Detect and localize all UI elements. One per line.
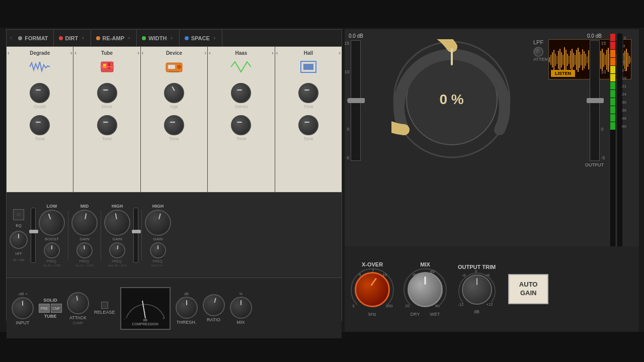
svg-rect-80 [610, 82, 615, 89]
space-arrow[interactable]: › [212, 35, 217, 41]
svg-text:30: 30 [622, 100, 626, 105]
trim-knob[interactable] [462, 275, 492, 305]
svg-rect-23 [558, 51, 559, 69]
tube-drive-knob[interactable] [97, 83, 117, 103]
svg-rect-74 [610, 34, 615, 41]
eq-extra-freq-label: FREQ. [152, 259, 163, 263]
eq-low-freq-knob[interactable] [44, 242, 60, 258]
eq-toggle-button[interactable]: □ [13, 209, 24, 220]
hall-next[interactable]: › [339, 50, 341, 56]
comp-mix-range: % [239, 292, 242, 296]
svg-rect-21 [555, 54, 556, 66]
eq-band-mid: MID GAIN FREQ. Hz 12→1100 [71, 204, 98, 267]
tab-reamp[interactable]: RE-AMP › [91, 30, 137, 46]
hall-name: Hall [304, 50, 313, 56]
svg-text:6: 6 [623, 52, 625, 56]
haas-prev[interactable]: ‹ [209, 50, 211, 56]
svg-rect-7 [169, 71, 179, 72]
device-age-knob[interactable] [164, 83, 184, 103]
xover-sub-label: kHz [368, 312, 376, 317]
tube-icon [95, 58, 120, 76]
tab-width[interactable]: WIDTH › [137, 30, 179, 46]
eq-band-low: LOW BOOST FREQ. Hz 20→1100 [39, 204, 65, 267]
listen-button[interactable]: LISTEN [551, 70, 575, 77]
svg-rect-82 [610, 98, 615, 106]
output-label: OUTPUT [585, 162, 604, 167]
haas-stereo-knob[interactable] [231, 83, 251, 103]
comp-mix-knob[interactable] [230, 297, 252, 319]
eq-high-freq-knob[interactable] [108, 241, 126, 259]
tube-tone-knob[interactable] [97, 115, 117, 135]
svg-rect-83 [610, 106, 615, 114]
device-next[interactable]: › [205, 50, 207, 56]
eq-low-range: Hz 20→1100 [43, 264, 60, 267]
eq-mid-freq-knob[interactable] [76, 241, 94, 259]
hall-time-knob[interactable] [298, 83, 318, 103]
release-toggle[interactable] [101, 302, 108, 309]
output-fader[interactable] [587, 98, 604, 103]
eq-extra-gain-label: GAIN [153, 237, 163, 241]
hall-icon [296, 58, 321, 76]
comp-input-container: -dB + INPUT [12, 292, 34, 325]
tube-next[interactable]: › [137, 50, 139, 56]
device-tone-knob[interactable] [164, 115, 184, 135]
haas-next[interactable]: › [272, 50, 274, 56]
degrade-next[interactable]: › [70, 50, 72, 56]
hall-tone-label: Tone [303, 136, 313, 141]
eq-extra-freq-knob[interactable] [150, 242, 166, 258]
thresh-range: dB [184, 292, 189, 296]
tube-prev[interactable]: ‹ [74, 50, 76, 56]
eq-low-slider[interactable] [31, 208, 36, 263]
tab-arrow-left[interactable]: ‹ [9, 35, 13, 41]
format-dot [18, 36, 22, 40]
device-tone-container: Tone [164, 115, 184, 141]
plugin-panel: ‹ FORMAT DIRT › RE-AMP › WIDTH › [6, 29, 342, 321]
eq-mid-freq-label: FREQ. [79, 259, 90, 263]
cmp-button[interactable]: CMP [51, 304, 62, 313]
hall-prev[interactable]: ‹ [276, 50, 278, 56]
xover-knob[interactable] [355, 272, 390, 307]
eq-high-label: HIGH [112, 204, 123, 209]
tab-format[interactable]: FORMAT [13, 30, 53, 46]
degrade-prev[interactable]: ‹ [8, 50, 10, 56]
svg-rect-39 [582, 49, 583, 70]
lpf-knob[interactable] [533, 47, 543, 57]
pre-button[interactable]: PRE [39, 304, 50, 313]
hall-time-container: Time [298, 83, 318, 109]
hff-knob[interactable] [10, 231, 28, 249]
haas-name: Haas [235, 50, 247, 56]
hall-tone-knob[interactable] [298, 115, 318, 135]
device-prev[interactable]: ‹ [142, 50, 144, 56]
mix-knob[interactable] [408, 272, 443, 307]
input-fader[interactable] [348, 98, 365, 103]
haas-tone-knob[interactable] [231, 115, 251, 135]
eq-high-gain-knob[interactable] [102, 207, 132, 237]
big-knob-container: 0 % [391, 39, 512, 160]
svg-rect-33 [573, 53, 574, 67]
svg-rect-30 [569, 56, 570, 64]
comp-thresh-knob[interactable] [176, 297, 198, 319]
reamp-arrow[interactable]: › [127, 35, 131, 41]
auto-gain-button[interactable]: AUTOGAIN [508, 274, 548, 304]
tube-tone-container: Tone [97, 115, 117, 141]
dirt-arrow[interactable]: › [80, 35, 85, 41]
svg-rect-34 [575, 55, 576, 65]
svg-rect-5 [168, 65, 175, 69]
svg-text:0: 0 [475, 269, 477, 274]
eq-mid-gain-knob[interactable] [69, 207, 100, 237]
degrade-tone-knob[interactable] [30, 115, 50, 135]
eq-extra-gain-knob[interactable] [142, 207, 174, 239]
comp-attack-knob[interactable] [65, 290, 91, 316]
degrade-crush-knob[interactable] [30, 83, 50, 103]
width-arrow[interactable]: › [169, 35, 174, 41]
lpf-label: LPF [533, 39, 543, 45]
eq-high-slider[interactable] [133, 208, 138, 263]
tab-space[interactable]: SPACE › [180, 30, 222, 46]
svg-point-6 [177, 65, 181, 69]
comp-ratio-knob[interactable] [200, 292, 227, 319]
svg-rect-18 [550, 55, 551, 65]
eq-low-boost-knob[interactable] [35, 206, 69, 239]
channel-degrade: ‹ Degrade › Crush Tone [7, 47, 73, 192]
comp-input-knob[interactable] [12, 297, 34, 319]
tab-dirt[interactable]: DIRT › [54, 30, 91, 46]
